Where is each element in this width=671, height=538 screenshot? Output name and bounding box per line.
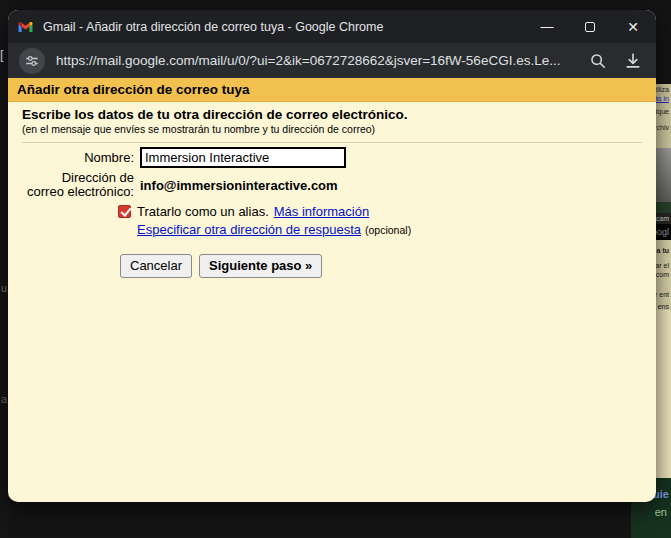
dialog-intro-note: (en el mensaje que envíes se mostrarán t… (22, 123, 642, 136)
specify-reply-address-link[interactable]: Especificar otra dirección de respuesta (137, 222, 361, 237)
download-button[interactable] (623, 51, 643, 71)
cancel-button[interactable]: Cancelar (120, 254, 192, 278)
background-fragment: en (655, 507, 667, 518)
desktop-background: [ u a tiliza Más in tique rchiv a cam oo… (0, 0, 671, 538)
address-bar: https://mail.google.com/mail/u/0/?ui=2&i… (8, 43, 656, 78)
minimize-button[interactable]: — (532, 13, 562, 41)
email-label: Dirección de correo electrónico: (22, 171, 134, 199)
alias-label: Tratarlo como un alias. (137, 204, 269, 219)
close-icon: ✕ (627, 19, 639, 35)
window-controls: — ✕ (519, 13, 648, 41)
alias-checkbox[interactable] (118, 205, 131, 218)
background-fragment: tiliza (655, 86, 669, 93)
divider (22, 142, 642, 143)
background-fragment: a tu (657, 247, 669, 254)
background-fragment: [ (0, 48, 4, 61)
background-fragment: r ent (655, 291, 669, 298)
alias-row: Tratarlo como un alias. Más información (22, 203, 642, 219)
background-fragment: a (1, 394, 7, 405)
email-row: Dirección de correo electrónico: info@im… (22, 171, 642, 199)
magnifier-icon (589, 52, 607, 70)
url-input[interactable]: https://mail.google.com/mail/u/0/?ui=2&i… (56, 53, 573, 68)
dialog-intro-heading: Escribe los datos de tu otra dirección d… (22, 106, 642, 123)
window-title: Gmail - Añadir otra dirección de correo … (43, 20, 519, 34)
chrome-popup-window: Gmail - Añadir otra dirección de correo … (8, 10, 656, 502)
name-row: Nombre: (22, 147, 642, 168)
download-icon (624, 52, 642, 70)
background-fragment: ar el (655, 262, 669, 269)
dialog-buttons: Cancelar Siguiente paso » (120, 254, 642, 278)
add-address-form: Nombre: Dirección de correo electrónico:… (22, 147, 642, 278)
more-info-link[interactable]: Más información (274, 204, 369, 219)
site-settings-button[interactable] (19, 48, 45, 74)
next-step-button[interactable]: Siguiente paso » (199, 254, 322, 278)
maximize-icon (585, 22, 595, 32)
background-fragment: tique (654, 108, 669, 115)
zoom-button[interactable] (588, 51, 608, 71)
name-label: Nombre: (22, 147, 134, 168)
dialog-title: Añadir otra dirección de correo tuya (8, 78, 656, 102)
close-button[interactable]: ✕ (618, 13, 648, 41)
minimize-icon: — (541, 19, 554, 34)
email-value: info@immersioninteractive.com (140, 178, 338, 193)
maximize-button[interactable] (575, 13, 605, 41)
reply-row: Especificar otra dirección de respuesta … (22, 222, 642, 238)
background-fragment: rchiv (654, 124, 669, 131)
window-titlebar: Gmail - Añadir otra dirección de correo … (8, 10, 656, 43)
dialog-body: Escribe los datos de tu otra dirección d… (8, 102, 656, 502)
optional-note: (opcional) (365, 224, 411, 236)
gmail-icon (17, 20, 34, 34)
background-fragment: u (1, 283, 7, 294)
name-input[interactable] (140, 147, 346, 168)
tune-sliders-icon (25, 54, 39, 68)
